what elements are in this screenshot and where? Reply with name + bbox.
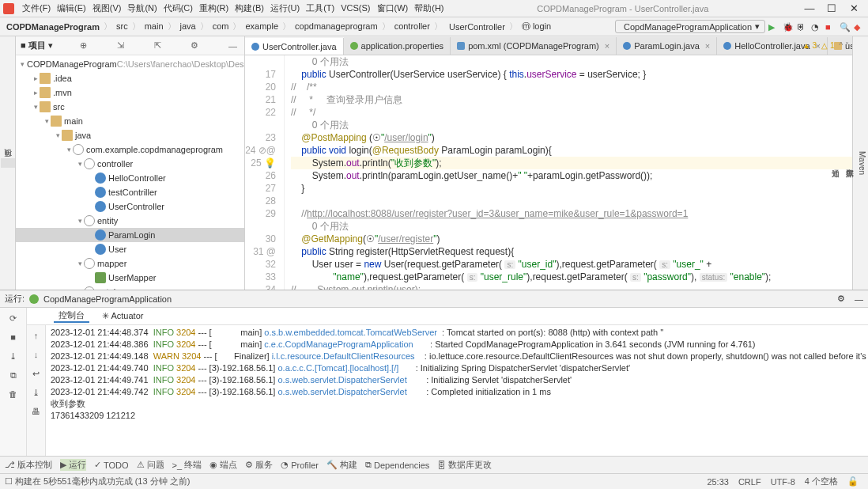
hide-icon[interactable]: — <box>226 41 240 51</box>
file-encoding[interactable]: UTF-8 <box>766 477 800 487</box>
rerun-button[interactable]: ⟳ <box>6 311 21 325</box>
stop-button[interactable]: ■ <box>825 22 835 32</box>
editor-tab[interactable]: application.properties <box>344 37 451 55</box>
bottom-tool-Dependencies[interactable]: ⧉ Dependencies <box>365 460 429 470</box>
tree-node[interactable]: ▾java <box>16 128 244 142</box>
tree-node[interactable]: ▸.mvn <box>16 85 244 100</box>
tree-node[interactable]: ▾mapper <box>16 256 244 271</box>
breadcrumb-segment[interactable]: copdmanageprogram <box>293 21 379 31</box>
line-separator[interactable]: CRLF <box>734 477 766 487</box>
menu-item[interactable]: 导航(N) <box>124 3 160 13</box>
menu-item[interactable]: 窗口(W) <box>374 3 412 13</box>
bottom-tool-问题[interactable]: ⚠ 问题 <box>137 459 164 471</box>
run-config-name: CopdManageProgramApplication <box>43 294 172 304</box>
tree-node[interactable]: UserController <box>16 199 244 214</box>
bottom-tool-版本控制[interactable]: ⎇ 版本控制 <box>5 459 52 471</box>
tree-node[interactable]: ▾src <box>16 100 244 114</box>
debug-button[interactable]: 🐞 <box>783 22 792 32</box>
tree-node[interactable]: ▾main <box>16 114 244 128</box>
trash-button[interactable]: 🗑 <box>6 387 21 401</box>
editor-tab[interactable]: pom.xml (COPDManageProgram)× <box>451 37 617 55</box>
close-tab-icon[interactable]: × <box>705 41 710 51</box>
breadcrumb-segment[interactable]: controller <box>393 21 432 31</box>
coverage-button[interactable]: ⛨ <box>797 22 806 32</box>
tree-node[interactable]: testContriller <box>16 185 244 199</box>
tree-node[interactable]: ▸.idea <box>16 71 244 85</box>
close-button[interactable]: ✕ <box>843 2 865 14</box>
scroll-end-icon[interactable]: ⤓ <box>29 385 43 400</box>
side-tab-notifications[interactable]: 通知 <box>828 158 842 168</box>
editor-tab[interactable]: ParamLogin.java× <box>617 37 717 55</box>
settings-icon[interactable]: ⚙ <box>188 40 201 51</box>
breadcrumb-segment[interactable]: src <box>115 21 130 31</box>
layout-button[interactable]: ⧉ <box>6 368 21 382</box>
code-editor[interactable]: 172021222324 ⊘@25 💡262728293031 @3233343… <box>245 55 852 290</box>
run-config-selector[interactable]: CopdManageProgramApplication ▾ <box>615 20 765 33</box>
breadcrumb-method[interactable]: ⓜ login <box>520 21 553 32</box>
readonly-icon[interactable]: 🔓 <box>843 476 863 487</box>
bottom-tool-构建[interactable]: 🔨 构建 <box>326 459 357 471</box>
side-tab-project[interactable]: 项目 <box>1 158 15 168</box>
bottom-tool-TODO[interactable]: ✓ TODO <box>94 460 129 470</box>
tree-node[interactable]: ▾COPDManageProgram C:\Users\fanerchao\De… <box>16 57 244 71</box>
bottom-tool-运行[interactable]: ▶ 运行 <box>60 459 86 471</box>
side-tab-bookmarks[interactable]: 书签 <box>0 158 1 168</box>
bottom-tool-服务[interactable]: ⚙ 服务 <box>245 459 273 471</box>
tree-node[interactable]: ▾com.example.copdmanageprogram <box>16 142 244 157</box>
breadcrumb-segment[interactable]: com <box>211 21 231 31</box>
print-icon[interactable]: 🖶 <box>29 404 43 419</box>
maximize-button[interactable]: ☐ <box>821 2 843 14</box>
run-hide-icon[interactable]: — <box>855 294 863 304</box>
bottom-tool-端点[interactable]: ◉ 端点 <box>209 459 237 471</box>
soft-wrap-icon[interactable]: ↩ <box>29 366 43 381</box>
bottom-tool-终端[interactable]: >_ 终端 <box>172 459 202 471</box>
exit-button[interactable]: ⤓ <box>6 349 21 363</box>
run-button[interactable]: ▶ <box>768 22 778 32</box>
expand-icon[interactable]: ⇲ <box>115 40 126 51</box>
tree-node[interactable]: UserMapper <box>16 271 244 285</box>
project-tree[interactable]: ▾COPDManageProgram C:\Users\fanerchao\De… <box>16 55 244 290</box>
side-tab-database[interactable]: 数据库 <box>842 158 856 168</box>
breadcrumb-project[interactable]: COPDManageProgram <box>5 22 101 32</box>
menu-item[interactable]: 文件(F) <box>19 3 54 13</box>
tree-node[interactable]: ParamLogin <box>16 228 244 242</box>
breadcrumb-segment[interactable]: main <box>143 21 165 31</box>
menu-item[interactable]: 编辑(E) <box>54 3 89 13</box>
tree-node[interactable]: ▾controller <box>16 157 244 171</box>
console-output[interactable]: 2023-12-01 21:44:48.374 INFO 3204 --- [ … <box>46 325 868 456</box>
tree-node[interactable]: HelloController <box>16 171 244 185</box>
tree-node[interactable]: User <box>16 242 244 256</box>
breadcrumb-file[interactable]: UserController <box>445 22 507 32</box>
select-opened-icon[interactable]: ⊕ <box>77 40 89 51</box>
menu-item[interactable]: 帮助(H) <box>411 3 447 13</box>
collapse-icon[interactable]: ⇱ <box>152 40 164 51</box>
menu-item[interactable]: 视图(V) <box>89 3 125 13</box>
menu-item[interactable]: 运行(U) <box>267 3 303 13</box>
stop-run-button[interactable]: ■ <box>6 330 21 344</box>
editor-tab[interactable]: UserController.java <box>245 38 344 55</box>
close-tab-icon[interactable]: × <box>605 41 609 51</box>
menu-item[interactable]: 代码(C) <box>160 3 196 13</box>
minimize-button[interactable]: — <box>798 2 821 14</box>
menu-item[interactable]: 工具(T) <box>303 3 338 13</box>
inspection-summary[interactable]: ▲ 3 △ 1 ^ ˅ <box>802 41 849 50</box>
scroll-down-icon[interactable]: ↓ <box>29 347 43 362</box>
profile-button[interactable]: ◔ <box>811 22 821 32</box>
menu-item[interactable]: VCS(S) <box>338 3 373 13</box>
indent-info[interactable]: 4 个空格 <box>800 476 843 487</box>
menu-item[interactable]: 构建(B) <box>232 3 267 13</box>
breadcrumb-segment[interactable]: example <box>243 21 280 31</box>
run-tab-actuator[interactable]: ✳ Actuator <box>97 311 148 321</box>
scroll-up-icon[interactable]: ↑ <box>29 328 43 343</box>
bottom-tool-数据库更改[interactable]: 🗄 数据库更改 <box>437 459 492 471</box>
run-tab-console[interactable]: 控制台 <box>54 309 89 323</box>
caret-position[interactable]: 25:33 <box>702 477 734 487</box>
search-icon[interactable]: 🔍 <box>840 22 849 32</box>
more-icon[interactable]: ◆ <box>854 22 863 32</box>
tree-node[interactable]: ▾entity <box>16 214 244 228</box>
breadcrumb-segment[interactable]: java <box>179 21 198 31</box>
run-settings-icon[interactable]: ⚙ <box>837 294 845 304</box>
bottom-tool-Profiler[interactable]: ◔ Profiler <box>281 460 319 470</box>
menu-item[interactable]: 重构(R) <box>196 3 232 13</box>
side-tab-maven[interactable]: Maven <box>856 146 868 180</box>
